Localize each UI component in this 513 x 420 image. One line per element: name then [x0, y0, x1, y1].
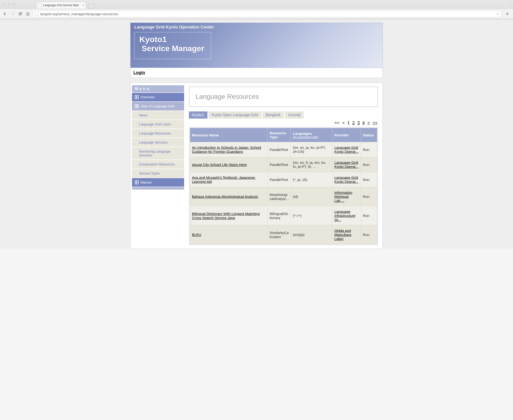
th-resource-name[interactable]: Resource Name — [190, 128, 268, 142]
grid-tab-kyoto-open[interactable]: Kyoto Open Language Grid — [208, 112, 262, 119]
back-button[interactable] — [2, 11, 8, 16]
pager-next[interactable]: > — [367, 120, 370, 125]
zoom-window-icon[interactable] — [12, 3, 15, 6]
login-link[interactable]: Login — [133, 70, 145, 75]
grid-tab-bangkok[interactable]: Bangkok — [263, 112, 284, 119]
sidebar-label: View of Language Grid — [141, 104, 174, 108]
tab-title: Language Grid Service Man — [43, 4, 79, 7]
sidebar-label: Manual — [141, 180, 151, 184]
sidebar-item-news[interactable]: News — [132, 111, 184, 120]
th-resource-type[interactable]: Resource Type — [268, 128, 291, 142]
arrow-left-icon — [3, 12, 7, 16]
languages-cell: (id) — [291, 187, 332, 206]
browser-chrome: Language Grid Service Man × ☆ ≡ — [0, 0, 513, 19]
login-bar: Login — [130, 68, 383, 78]
languages-cell: (en, es, fr, ja, km, ko, lo, pt-PT, th, … — [291, 157, 332, 172]
sidebar-item-language-services[interactable]: Language Services — [132, 138, 184, 147]
close-window-icon[interactable] — [3, 3, 6, 6]
sidebar-overview[interactable]: Overview — [132, 92, 184, 101]
pager-prev[interactable]: < — [342, 120, 345, 125]
pager-page-4[interactable]: 4 — [362, 120, 365, 125]
favicon-icon — [38, 4, 42, 7]
home-button[interactable] — [25, 11, 30, 16]
browser-toolbar: ☆ ≡ — [0, 8, 513, 19]
th-languages[interactable]: Languages (in Language Code) — [291, 128, 332, 142]
resize-corner-icon: ⤢ — [509, 1, 512, 4]
table-row: Aya and Musashi's Textbook: Japanese-Lea… — [190, 172, 377, 187]
resource-type-cell: MorphologicalAnalysi... — [268, 187, 291, 206]
th-languages-sub[interactable]: (in Language Code) — [293, 135, 330, 139]
status-cell: Run — [361, 187, 377, 206]
sidebar-manual[interactable]: Manual — [132, 178, 184, 187]
resource-type-cell: ParallelText — [268, 142, 291, 157]
grid-tab-urumqi[interactable]: Urumqi — [285, 112, 304, 119]
pager-last[interactable]: >> — [372, 120, 377, 125]
page-title-box: Language Resources — [189, 86, 378, 107]
page-title: Language Resources — [196, 93, 371, 100]
status-cell: Run — [361, 157, 377, 172]
resource-name-link[interactable]: Bilingual Dictionary With Longest Matchi… — [192, 212, 260, 220]
address-bar[interactable]: ☆ — [33, 10, 502, 17]
sidebar-footer — [132, 187, 184, 189]
sidebar-label: Overview — [141, 95, 154, 99]
tab-strip: Language Grid Service Man × — [36, 0, 94, 8]
pager-current: 1 — [347, 120, 350, 125]
browser-menu-button[interactable]: ≡ — [504, 11, 511, 16]
th-provider[interactable]: Provider — [332, 128, 361, 142]
bookmark-star-icon[interactable]: ☆ — [496, 11, 499, 16]
chevron-right-icon — [135, 104, 139, 108]
resource-name-link[interactable]: Atsugi City School Life Starts Here — [192, 163, 247, 167]
reload-button[interactable] — [18, 11, 23, 16]
resource-name-link[interactable]: Bahasa Indonesia Morphological Analysis — [192, 195, 258, 199]
pager-page-2[interactable]: 2 — [352, 120, 355, 125]
menu-heading: Menu — [132, 85, 184, 92]
browser-tab[interactable]: Language Grid Service Man × — [36, 1, 86, 8]
status-cell: Run — [361, 225, 377, 244]
resource-name-link[interactable]: Aya and Musashi's Textbook: Japanese-Lea… — [192, 175, 256, 184]
languages-cell: (*, ja, zh) — [291, 172, 332, 187]
provider-link[interactable]: Language Grid Kyoto Operat... — [334, 160, 358, 169]
pager-page-3[interactable]: 3 — [357, 120, 360, 125]
url-input[interactable] — [40, 12, 494, 16]
chevron-right-icon — [135, 95, 139, 99]
provider-link[interactable]: Ishida and Matsubara Labor — [334, 229, 351, 241]
chevron-right-icon — [135, 180, 139, 184]
reload-icon — [18, 12, 22, 16]
sidebar-item-language-resources[interactable]: Language Resources — [132, 128, 184, 138]
th-status[interactable]: Status — [361, 128, 377, 142]
forward-button[interactable] — [10, 11, 15, 16]
resource-type-cell: SimilarityCalculator — [268, 225, 291, 244]
banner-title-line1: Kyoto1 — [139, 35, 204, 44]
provider-link[interactable]: Language Grid Kyoto Operat... — [334, 145, 358, 154]
resource-name-link[interactable]: An Introduction to Schools in Japan: Sch… — [192, 145, 261, 154]
sidebar-item-computation[interactable]: Computation Resources — [132, 159, 184, 169]
provider-link[interactable]: Information Retrieval Lab,... — [334, 190, 352, 202]
data-table-wrap: Resource Name Resource Type Languages (i… — [189, 127, 378, 245]
resource-name-link[interactable]: BLEU — [192, 232, 201, 237]
page-icon — [35, 12, 38, 16]
languages-cell: (en, es, ja, ko, pt-PT, zh-CN) — [291, 142, 332, 157]
sidebar-item-users[interactable]: Language Grid Users — [132, 120, 184, 128]
main-content: Language Resources Kyoto1 Kyoto Open Lan… — [189, 83, 383, 248]
sidebar-item-service-types[interactable]: Service Types — [132, 169, 184, 178]
pager: << < 1 2 3 4 > >> — [189, 120, 378, 127]
arrow-right-icon — [11, 12, 15, 16]
sidebar-item-monitoring[interactable]: Monitoring Language Services — [132, 147, 184, 159]
status-cell: Run — [361, 142, 377, 157]
status-cell: Run — [361, 206, 377, 225]
table-row: An Introduction to Schools in Japan: Sch… — [190, 142, 377, 157]
provider-link[interactable]: Language Infrastructure Gr... — [334, 210, 355, 222]
provider-link[interactable]: Language Grid Kyoto Operat... — [334, 175, 358, 184]
traffic-lights — [3, 3, 15, 6]
pager-first[interactable]: << — [335, 120, 339, 125]
new-tab-button[interactable] — [88, 3, 94, 8]
grid-tabs: Kyoto1 Kyoto Open Language Grid Bangkok … — [189, 112, 378, 119]
grid-tab-kyoto1[interactable]: Kyoto1 — [189, 112, 207, 119]
tab-close-icon[interactable]: × — [83, 4, 84, 7]
resource-type-cell: BilingualDictionary — [268, 206, 291, 225]
sidebar-view-heading[interactable]: View of Language Grid — [132, 101, 184, 111]
window-titlebar: Language Grid Service Man × — [0, 0, 513, 8]
banner-title-line2: Service Manager — [142, 44, 204, 53]
minimize-window-icon[interactable] — [8, 3, 10, 6]
languages-cell: (en)(ja) — [291, 225, 332, 244]
